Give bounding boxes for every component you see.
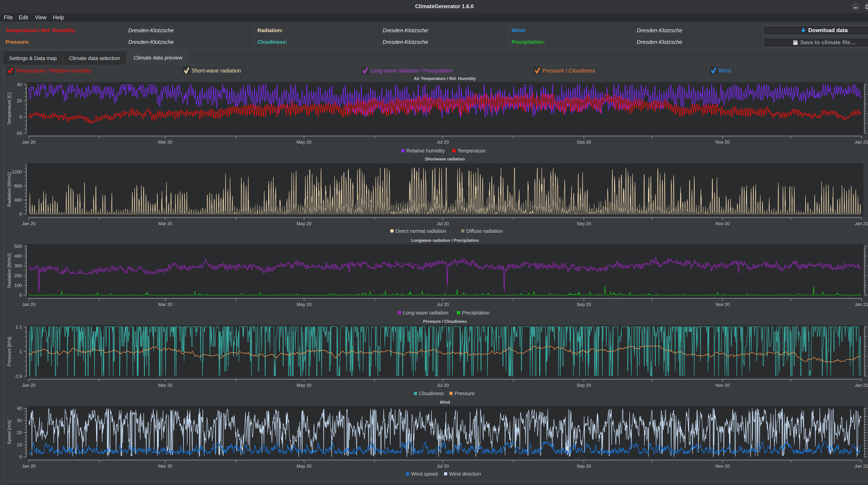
svg-text:Jul 20: Jul 20 <box>437 221 449 226</box>
svg-text:Temperature [C]: Temperature [C] <box>7 93 12 125</box>
svg-text:0: 0 <box>20 212 22 217</box>
svg-text:20: 20 <box>17 430 22 435</box>
svg-text:Sep 20: Sep 20 <box>577 221 591 226</box>
svg-text:800: 800 <box>14 183 22 189</box>
svg-text:40: 40 <box>17 406 22 411</box>
svg-text:Direct normal radiation: Direct normal radiation <box>396 228 446 234</box>
svg-text:Pressure: Pressure <box>455 391 475 396</box>
svg-text:Air Temperature / Rel. Humidit: Air Temperature / Rel. Humidity <box>414 76 476 81</box>
svg-text:Jan 20: Jan 20 <box>22 221 36 226</box>
svg-text:May 20: May 20 <box>297 221 311 226</box>
svg-text:-20: -20 <box>15 131 22 136</box>
svg-text:Mar 20: Mar 20 <box>158 302 173 307</box>
svg-text:May 20: May 20 <box>297 302 311 307</box>
svg-text:Jan 21: Jan 21 <box>855 383 868 388</box>
svg-text:May 20: May 20 <box>297 383 311 388</box>
svg-text:300: 300 <box>14 263 22 268</box>
svg-text:1.1: 1.1 <box>16 324 22 330</box>
svg-text:Sep 20: Sep 20 <box>577 383 591 388</box>
svg-text:Jan 20: Jan 20 <box>22 302 36 307</box>
svg-text:Mar 20: Mar 20 <box>158 383 173 388</box>
svg-text:Speed [m/s]: Speed [m/s] <box>7 420 12 444</box>
svg-text:0: 0 <box>20 454 22 459</box>
svg-text:30: 30 <box>17 418 22 423</box>
svg-text:Nov 20: Nov 20 <box>715 383 730 388</box>
svg-text:Mar 20: Mar 20 <box>158 221 173 226</box>
svg-text:Jan 21: Jan 21 <box>855 302 868 307</box>
svg-text:Sep 20: Sep 20 <box>577 302 591 307</box>
svg-text:Jul 20: Jul 20 <box>437 302 449 307</box>
svg-text:100: 100 <box>14 283 22 288</box>
svg-text:Jul 20: Jul 20 <box>437 463 449 469</box>
svg-text:0: 0 <box>20 292 22 298</box>
svg-text:Radiation [W/m2]: Radiation [W/m2] <box>7 172 12 207</box>
svg-text:Nov 20: Nov 20 <box>715 221 730 226</box>
svg-text:Jan 20: Jan 20 <box>22 383 36 388</box>
svg-text:Shortwave radiation: Shortwave radiation <box>425 157 465 161</box>
svg-text:200: 200 <box>14 273 22 278</box>
svg-text:1200: 1200 <box>12 169 22 174</box>
svg-text:Wind direction: Wind direction <box>449 471 481 477</box>
svg-text:Long-wave radiation: Long-wave radiation <box>403 310 448 316</box>
svg-text:400: 400 <box>14 253 22 259</box>
svg-text:Wind speed: Wind speed <box>411 471 438 477</box>
svg-text:May 20: May 20 <box>297 463 311 469</box>
svg-text:Mar 20: Mar 20 <box>158 463 173 469</box>
svg-text:0.9: 0.9 <box>16 374 22 379</box>
svg-text:Radiation [W/m2]: Radiation [W/m2] <box>7 253 12 288</box>
svg-text:Jan 21: Jan 21 <box>855 221 868 226</box>
svg-text:Jan 21: Jan 21 <box>855 463 868 469</box>
svg-text:May 20: May 20 <box>297 139 311 145</box>
svg-text:Sep 20: Sep 20 <box>577 139 591 145</box>
svg-text:Nov 20: Nov 20 <box>715 139 730 145</box>
svg-text:Jul 20: Jul 20 <box>437 139 449 145</box>
svg-text:10: 10 <box>17 442 22 447</box>
svg-text:Mar 20: Mar 20 <box>158 139 173 145</box>
svg-text:Jul 20: Jul 20 <box>437 383 449 388</box>
svg-text:400: 400 <box>14 197 22 203</box>
svg-text:Sep 20: Sep 20 <box>577 463 591 469</box>
svg-text:Cloudiness: Cloudiness <box>419 391 444 396</box>
svg-text:500: 500 <box>14 244 22 249</box>
svg-text:Nov 20: Nov 20 <box>715 302 730 307</box>
svg-text:Diffuse radiation: Diffuse radiation <box>466 228 503 234</box>
svg-text:Pressure [kPa]: Pressure [kPa] <box>7 337 12 366</box>
svg-text:Temperature: Temperature <box>458 148 486 154</box>
svg-text:Wind: Wind <box>440 400 450 405</box>
svg-text:40: 40 <box>17 82 22 87</box>
svg-text:Jan 20: Jan 20 <box>22 463 36 469</box>
svg-text:Nov 20: Nov 20 <box>715 463 730 469</box>
svg-text:20: 20 <box>17 98 22 103</box>
svg-text:Precipitation: Precipitation <box>462 310 490 316</box>
svg-text:0: 0 <box>20 114 22 120</box>
svg-text:Relative humidity: Relative humidity <box>406 148 445 154</box>
svg-text:Longwave radiation / Precipita: Longwave radiation / Precipitation <box>411 238 479 243</box>
svg-text:1: 1 <box>20 349 22 354</box>
svg-text:Jan 20: Jan 20 <box>22 139 36 145</box>
svg-text:Jan 21: Jan 21 <box>855 139 868 145</box>
svg-text:Pressure / Cloudiness: Pressure / Cloudiness <box>423 319 467 324</box>
